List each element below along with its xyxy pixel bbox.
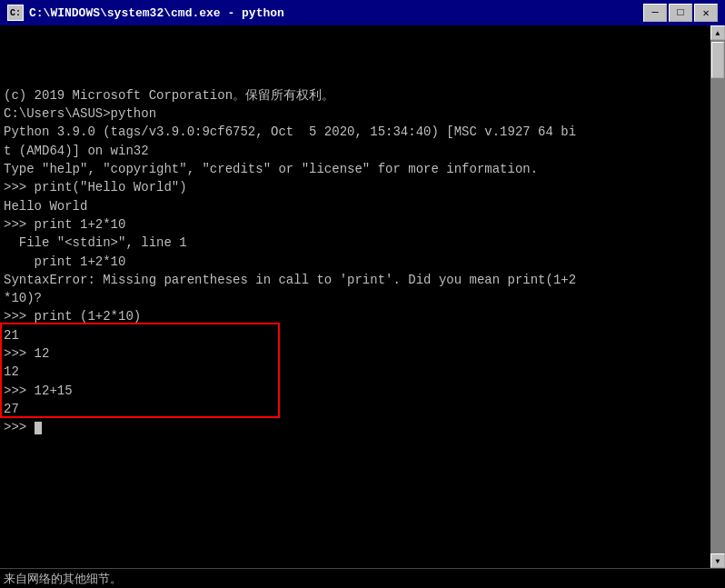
console-line: C:\Users\ASUS>python [4,105,707,123]
close-button[interactable]: ✕ [694,4,718,22]
maximize-button[interactable]: □ [669,4,692,22]
console-line: print 1+2*10 [4,253,707,271]
scrollbar-thumb[interactable] [711,42,724,78]
scroll-up-arrow[interactable]: ▲ [710,25,725,40]
console-line: >>> 12+15 [4,382,707,400]
cursor [35,422,42,434]
title-bar-controls: ─ □ ✕ [643,4,718,22]
console-line: 12 [4,363,707,381]
console-area[interactable]: (c) 2019 Microsoft Corporation。保留所有权利。C:… [0,25,710,568]
title-bar-title: C:\WINDOWS\system32\cmd.exe - python [29,6,643,20]
console-line: (c) 2019 Microsoft Corporation。保留所有权利。 [4,86,707,105]
console-line: >>> print (1+2*10) [4,307,707,325]
console-line: >>> [4,418,707,436]
minimize-button[interactable]: ─ [643,4,667,22]
console-line: Hello World [4,197,707,215]
scroll-down-arrow[interactable]: ▼ [710,553,725,568]
console-line: t (AMD64)] on win32 [4,142,707,160]
scrollbar-track[interactable] [710,40,725,553]
console-line: Type "help", "copyright", "credits" or "… [4,160,707,178]
console-line: 27 [4,400,707,418]
console-line: >>> print("Hello World") [4,178,707,196]
console-line: Python 3.9.0 (tags/v3.9.0:9cf6752, Oct 5… [4,123,707,141]
scrollbar[interactable]: ▲ ▼ [710,25,725,568]
console-line: 21 [4,326,707,344]
console-line: File "<stdin>", line 1 [4,234,707,252]
console-wrapper: (c) 2019 Microsoft Corporation。保留所有权利。C:… [0,25,725,568]
console-line: *10)? [4,289,707,307]
bottom-bar: 来自网络的其他细节。 [0,568,725,588]
title-bar[interactable]: C: C:\WINDOWS\system32\cmd.exe - python … [0,0,725,25]
console-line: >>> 12 [4,344,707,363]
console-line: SyntaxError: Missing parentheses in call… [4,271,707,289]
title-bar-icon: C: [7,5,24,21]
console-line: >>> print 1+2*10 [4,215,707,234]
bottom-bar-text: 来自网络的其他细节。 [4,571,122,587]
